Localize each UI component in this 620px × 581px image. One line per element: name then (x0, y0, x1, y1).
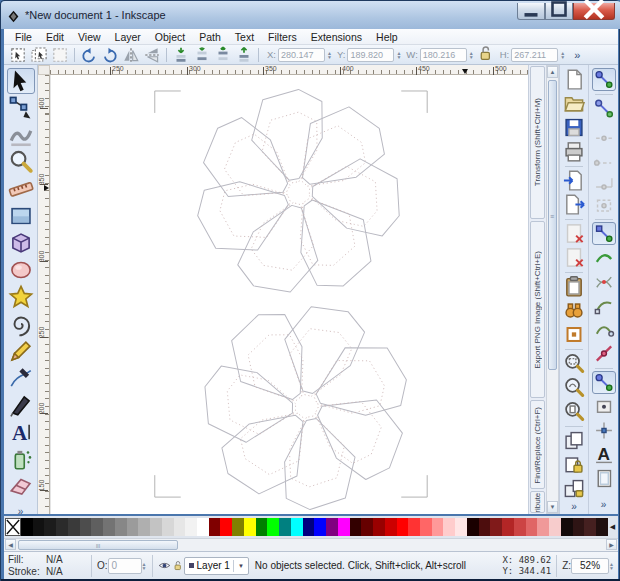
rectangle-tool-button[interactable] (7, 203, 35, 229)
zoom-input[interactable]: 52% (571, 558, 609, 574)
snap-line-midpoint-button[interactable] (592, 342, 616, 365)
palette-swatch[interactable] (385, 518, 397, 536)
rotate-ccw-button[interactable] (79, 46, 99, 64)
palette-swatch[interactable] (80, 518, 92, 536)
menu-extensions[interactable]: Extensions (304, 30, 369, 44)
fill-value[interactable]: N/A (46, 554, 86, 566)
menu-view[interactable]: View (71, 30, 108, 44)
h-field[interactable]: 267.211 (511, 48, 558, 62)
palette-swatch[interactable] (21, 518, 33, 536)
eraser-tool-button[interactable] (7, 473, 35, 499)
vertical-ruler[interactable]: 400350300250200150 (38, 75, 50, 514)
export-button[interactable] (562, 193, 586, 216)
rotate-cw-button[interactable] (100, 46, 120, 64)
palette-swatch[interactable] (596, 518, 608, 536)
snap-rotation-center-button[interactable] (592, 419, 616, 442)
snap-intersections-button[interactable] (592, 270, 616, 293)
ellipse-tool-button[interactable] (7, 257, 35, 283)
palette-swatch[interactable] (526, 518, 538, 536)
palette-swatch[interactable] (561, 518, 573, 536)
palette-swatch[interactable] (197, 518, 209, 536)
menu-help[interactable]: Help (369, 30, 405, 44)
snap-object-center-button[interactable] (592, 395, 616, 418)
w-field-spinner[interactable]: ▲▼ (469, 51, 474, 59)
opacity-input[interactable]: 0 (108, 558, 142, 574)
palette-swatch[interactable] (33, 518, 45, 536)
palette-swatch[interactable] (455, 518, 467, 536)
snap-enable-button[interactable] (592, 68, 616, 91)
menu-layer[interactable]: Layer (108, 30, 148, 44)
snap-smooth-button[interactable] (592, 318, 616, 341)
palette-swatch[interactable] (56, 518, 68, 536)
layer-visibility-icon[interactable] (158, 559, 171, 572)
snap-text-baseline-button[interactable]: A (592, 443, 616, 466)
palette-swatch[interactable] (408, 518, 420, 536)
palette-swatch[interactable] (373, 518, 385, 536)
palette-swatch[interactable] (514, 518, 526, 536)
zoom-drawing-button[interactable] (562, 376, 586, 399)
palette-swatch[interactable] (174, 518, 186, 536)
deselect-button[interactable] (50, 46, 70, 64)
calligraphy-tool-button[interactable] (7, 392, 35, 418)
snap-bbox-button[interactable] (592, 97, 616, 120)
snap-others-button[interactable] (592, 371, 616, 394)
document-save-button[interactable] (562, 116, 586, 139)
spray-tool-button[interactable] (7, 446, 35, 472)
y-field-spinner[interactable]: ▲▼ (396, 51, 401, 59)
pencil-tool-button[interactable] (7, 338, 35, 364)
stroke-value[interactable]: N/A (46, 566, 86, 578)
scroll-down-button[interactable]: ▼ (547, 501, 558, 513)
text-tool-button[interactable]: A (7, 419, 35, 445)
palette-scroll-left-icon[interactable]: ◀ (608, 523, 617, 531)
palette-swatch[interactable] (432, 518, 444, 536)
dock-tab-transform[interactable]: Transform (Shift+Ctrl+M) (530, 66, 545, 219)
menu-edit[interactable]: Edit (39, 30, 71, 44)
palette-swatch[interactable] (338, 518, 350, 536)
palette-swatch[interactable] (490, 518, 502, 536)
zoom-spinner[interactable]: ▲▼ (609, 562, 614, 570)
palette-swatch[interactable] (150, 518, 162, 536)
palette-swatch[interactable] (138, 518, 150, 536)
y-field[interactable]: 189.820 (347, 48, 394, 62)
palette-swatch[interactable] (549, 518, 561, 536)
snap-nodes-button[interactable] (592, 222, 616, 245)
palette-scroll-left-button[interactable]: ◀ (5, 539, 16, 550)
select-all-button[interactable] (8, 46, 28, 64)
spiral-tool-button[interactable] (7, 311, 35, 337)
palette-swatch[interactable] (68, 518, 80, 536)
palette-swatch[interactable] (220, 518, 232, 536)
commands-overflow-button[interactable]: » (571, 501, 577, 512)
close-button[interactable] (573, 3, 615, 20)
snap-path-button[interactable] (592, 246, 616, 269)
zoom-tool-button[interactable] (7, 149, 35, 175)
palette-swatch[interactable] (209, 518, 221, 536)
lower-one-button[interactable] (192, 46, 212, 64)
lower-to-bottom-button[interactable] (171, 46, 191, 64)
canvas[interactable] (50, 75, 528, 514)
palette-scrollbar[interactable]: ◀ ▶ (4, 538, 618, 551)
h-field-spinner[interactable]: ▲▼ (560, 51, 565, 59)
bezier-pen-tool-button[interactable] (7, 365, 35, 391)
paste-button[interactable] (562, 275, 586, 298)
zoom-selection-button[interactable] (562, 352, 586, 375)
palette-none-swatch[interactable] (5, 518, 21, 536)
palette-swatch[interactable] (573, 518, 585, 536)
snap-overflow-button[interactable]: » (601, 499, 607, 510)
snap-bbox-centers-button[interactable] (592, 193, 616, 216)
box-3d-tool-button[interactable] (7, 230, 35, 256)
palette-swatch[interactable] (303, 518, 315, 536)
palette-swatch[interactable] (279, 518, 291, 536)
palette-swatch[interactable] (467, 518, 479, 536)
folder-open-button[interactable] (562, 92, 586, 115)
palette-swatch[interactable] (537, 518, 549, 536)
palette-swatch[interactable] (291, 518, 303, 536)
menu-filters[interactable]: Filters (261, 30, 304, 44)
star-tool-button[interactable] (7, 284, 35, 310)
w-field[interactable]: 180.216 (420, 48, 467, 62)
palette-swatch[interactable] (91, 518, 103, 536)
printer-button[interactable] (562, 140, 586, 163)
snap-page-button[interactable] (592, 467, 616, 490)
dock-tab-align[interactable]: Align and Distribute (Shift+Ctrl+A) (530, 491, 545, 513)
palette-swatch[interactable] (443, 518, 455, 536)
menu-file[interactable]: File (8, 30, 39, 44)
